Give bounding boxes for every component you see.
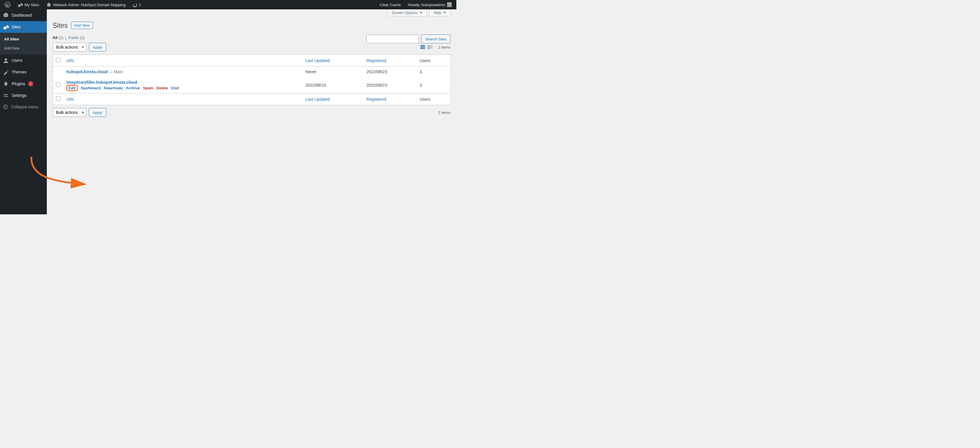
select-all-checkbox-bottom[interactable] xyxy=(56,96,60,101)
col-url[interactable]: URL xyxy=(64,55,302,67)
help-button[interactable]: Help xyxy=(429,10,450,16)
bulk-actions-select-top[interactable]: Bulk actions xyxy=(52,43,87,51)
cell-registered: 2022/08/23 xyxy=(364,67,417,77)
sites-table: URL Last Updated Registered Users hubspo… xyxy=(52,54,450,105)
site-url-link[interactable]: hubspot.kinsta.cloud xyxy=(67,69,108,74)
svg-rect-9 xyxy=(430,45,433,46)
add-new-button[interactable]: Add New xyxy=(71,22,93,29)
col-users-foot: Users xyxy=(417,93,450,105)
table-row: temporaryfiller.hubspot.kinsta.cloud Edi… xyxy=(53,77,450,93)
apply-button-bottom[interactable]: Apply xyxy=(89,108,106,117)
content-area: Screen Options Help Sites Add New Search… xyxy=(47,10,457,214)
row-checkbox[interactable] xyxy=(56,82,60,87)
menu-users[interactable]: Users xyxy=(0,54,47,66)
plugins-icon xyxy=(3,81,9,87)
network-admin-link[interactable]: Network Admin: HubSpot Domain Mapping xyxy=(44,0,128,10)
sites-icon xyxy=(18,2,23,7)
col-url-foot[interactable]: URL xyxy=(64,93,302,105)
row-actions: Edit | Dashboard | Deactivate | Archive … xyxy=(67,86,299,90)
svg-rect-7 xyxy=(420,48,425,49)
updates-count: 1 xyxy=(139,3,141,7)
plugins-badge: 1 xyxy=(28,81,33,86)
filter-all[interactable]: All (2) xyxy=(52,35,63,40)
chevron-down-icon xyxy=(420,12,422,15)
excerpt-view-icon[interactable] xyxy=(427,44,434,50)
filter-public[interactable]: Public (2) xyxy=(68,35,84,40)
col-registered-foot[interactable]: Registered xyxy=(364,93,417,105)
cell-registered: 2022/08/23 xyxy=(364,77,417,93)
action-archive[interactable]: Archive xyxy=(126,86,140,90)
dashboard-icon xyxy=(3,12,9,18)
menu-settings[interactable]: Settings xyxy=(0,89,47,101)
users-icon xyxy=(3,57,9,63)
svg-point-4 xyxy=(3,105,8,109)
submenu-sites: All Sites Add New xyxy=(0,33,47,54)
sites-menu-icon xyxy=(3,24,9,30)
page-title: Sites xyxy=(52,22,68,30)
collapse-icon xyxy=(3,104,8,110)
cell-users-link[interactable]: 1 xyxy=(420,69,422,74)
action-deactivate[interactable]: Deactivate xyxy=(104,86,123,90)
site-url-link[interactable]: temporaryfiller.hubspot.kinsta.cloud xyxy=(67,80,137,84)
bulk-actions-select-bottom[interactable]: Bulk actions xyxy=(52,108,87,117)
svg-point-1 xyxy=(5,58,7,61)
search-sites-button[interactable]: Search Sites xyxy=(421,35,450,43)
svg-point-3 xyxy=(6,96,7,97)
cell-last-updated: 2022/08/23 xyxy=(302,77,364,93)
wp-logo[interactable] xyxy=(2,0,13,10)
search-input[interactable] xyxy=(366,35,419,43)
col-registered[interactable]: Registered xyxy=(364,55,417,67)
settings-icon xyxy=(3,92,9,98)
list-view-icon[interactable] xyxy=(420,44,426,50)
menu-dashboard[interactable]: Dashboard xyxy=(0,10,47,21)
col-last-updated-foot[interactable]: Last Updated xyxy=(302,93,364,105)
action-spam[interactable]: Spam xyxy=(143,86,153,90)
col-users: Users xyxy=(417,55,450,67)
submenu-add-new[interactable]: Add New xyxy=(0,44,47,53)
updates-link[interactable]: 1 xyxy=(130,0,143,10)
menu-themes[interactable]: Themes xyxy=(0,66,47,78)
main-tag: — Main xyxy=(108,69,123,74)
chevron-down-icon xyxy=(443,12,446,15)
cell-last-updated: Never xyxy=(302,67,364,77)
action-dashboard[interactable]: Dashboard xyxy=(81,86,101,90)
my-sites-label: My Sites xyxy=(25,3,39,7)
my-sites-link[interactable]: My Sites xyxy=(15,0,41,10)
svg-rect-6 xyxy=(420,46,425,48)
svg-rect-11 xyxy=(430,48,433,48)
svg-rect-5 xyxy=(420,45,425,46)
clear-cache-link[interactable]: Clear Cache xyxy=(377,0,403,10)
admin-sidebar: Dashboard Sites All Sites Add New Users … xyxy=(0,10,47,214)
admin-bar: My Sites Network Admin: HubSpot Domain M… xyxy=(0,0,457,10)
home-icon xyxy=(46,2,51,7)
cell-users-link[interactable]: 1 xyxy=(420,83,422,88)
item-count-top: 2 items xyxy=(438,45,450,49)
menu-sites[interactable]: Sites xyxy=(0,21,47,33)
avatar xyxy=(447,2,452,7)
item-count-bottom: 2 items xyxy=(438,110,450,115)
submenu-all-sites[interactable]: All Sites xyxy=(0,35,47,44)
menu-plugins[interactable]: Plugins 1 xyxy=(0,78,47,89)
action-visit[interactable]: Visit xyxy=(171,86,179,90)
network-admin-label: Network Admin: HubSpot Domain Mapping xyxy=(53,3,126,7)
svg-point-2 xyxy=(5,94,6,95)
screen-options-button[interactable]: Screen Options xyxy=(387,10,427,16)
howdy-link[interactable]: Howdy, hubspotadmin xyxy=(406,0,454,10)
col-last-updated[interactable]: Last Updated xyxy=(302,55,364,67)
table-row: hubspot.kinsta.cloud — Main Never 2022/0… xyxy=(53,67,450,77)
themes-icon xyxy=(3,69,9,75)
svg-rect-10 xyxy=(430,46,433,47)
action-delete[interactable]: Delete xyxy=(156,86,168,90)
select-all-checkbox-top[interactable] xyxy=(56,58,60,62)
refresh-icon xyxy=(132,2,137,7)
screen-meta: Screen Options Help xyxy=(387,10,450,16)
collapse-menu[interactable]: Collapse menu xyxy=(0,101,47,112)
apply-button-top[interactable]: Apply xyxy=(89,43,106,51)
svg-rect-8 xyxy=(428,45,430,49)
action-edit[interactable]: Edit xyxy=(67,85,78,91)
